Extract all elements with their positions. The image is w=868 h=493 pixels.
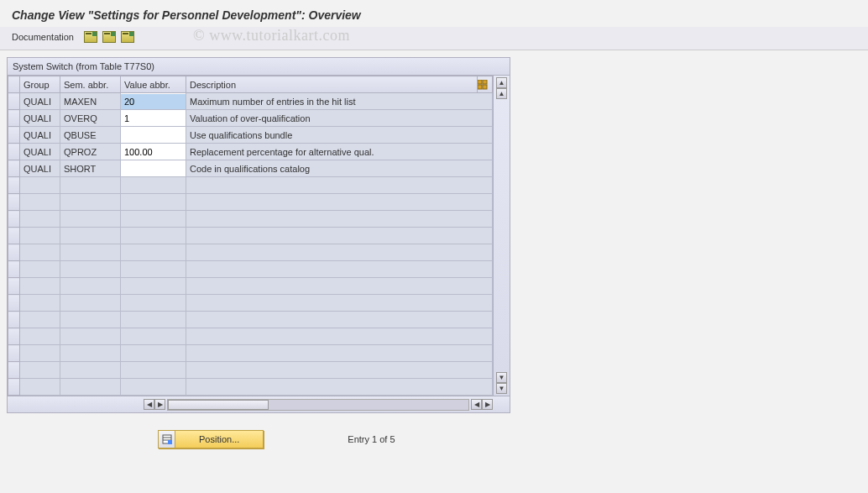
table-config-icon[interactable]	[478, 76, 493, 93]
cell-group	[20, 278, 60, 295]
table-title: System Switch (from Table T77S0)	[8, 58, 510, 76]
toolbar-icon-2[interactable]	[102, 31, 116, 43]
table-row: QUALI QPROZ Replacement percentage for a…	[8, 144, 493, 160]
toolbar: Documentation	[0, 27, 868, 50]
cell-val	[121, 228, 186, 244]
row-selector[interactable]	[8, 228, 20, 244]
scroll-down2-icon[interactable]: ▼	[496, 383, 507, 394]
row-selector[interactable]	[8, 278, 20, 295]
cell-val[interactable]	[121, 160, 186, 177]
cell-group: QUALI	[20, 93, 60, 110]
scroll-up-icon[interactable]: ▲	[496, 77, 507, 88]
col-val[interactable]: Value abbr.	[121, 76, 186, 93]
cell-group	[20, 194, 60, 211]
cell-desc	[186, 177, 493, 194]
toolbar-icon-3[interactable]	[121, 31, 134, 43]
cell-val[interactable]	[121, 110, 186, 127]
value-input[interactable]	[121, 128, 186, 143]
cell-sem: MAXEN	[60, 93, 121, 110]
table-row-empty	[8, 278, 493, 295]
cell-group: QUALI	[20, 144, 60, 160]
cell-desc	[186, 194, 493, 211]
row-selector[interactable]	[8, 244, 20, 261]
table-row-empty	[8, 328, 493, 345]
scroll-down-icon[interactable]: ▼	[496, 372, 507, 383]
scroll-left2-icon[interactable]: ◀	[471, 399, 482, 410]
cell-group	[20, 211, 60, 228]
row-selector[interactable]	[8, 362, 20, 379]
value-input[interactable]	[121, 144, 186, 160]
col-group[interactable]: Group	[20, 76, 60, 93]
cell-val	[121, 345, 186, 362]
page-title: Change View "Settings for Personnel Deve…	[0, 0, 868, 27]
documentation-button[interactable]: Documentation	[12, 32, 74, 42]
cell-val	[121, 379, 186, 396]
scroll-right-step-icon[interactable]: ▶	[154, 399, 165, 410]
row-selector[interactable]	[8, 328, 20, 345]
cell-group	[20, 345, 60, 362]
position-button[interactable]: Position...	[158, 430, 264, 448]
row-selector[interactable]	[8, 93, 20, 110]
table-row-empty	[8, 379, 493, 396]
row-selector[interactable]	[8, 127, 20, 144]
cell-val	[121, 295, 186, 312]
cell-group	[20, 261, 60, 278]
hscroll-thumb[interactable]	[168, 400, 269, 410]
cell-val[interactable]	[121, 93, 186, 110]
row-selector[interactable]	[8, 312, 20, 328]
svg-rect-7	[168, 440, 172, 444]
cell-sem	[60, 312, 121, 328]
cell-val	[121, 211, 186, 228]
cell-group: QUALI	[20, 110, 60, 127]
hscroll-track[interactable]	[167, 399, 469, 411]
cell-sem: OVERQ	[60, 110, 121, 127]
page-title-text: Change View "Settings for Personnel Deve…	[12, 8, 361, 22]
cell-sem	[60, 345, 121, 362]
cell-desc	[186, 244, 493, 261]
cell-desc	[186, 261, 493, 278]
cell-desc	[186, 345, 493, 362]
table-row: QUALI OVERQ Valuation of over-qualificat…	[8, 110, 493, 127]
cell-sem	[60, 295, 121, 312]
scroll-right-icon[interactable]: ▶	[482, 399, 493, 410]
row-selector-header[interactable]	[8, 76, 20, 93]
cell-val[interactable]	[121, 127, 186, 144]
cell-sem: QPROZ	[60, 144, 121, 160]
cell-group	[20, 328, 60, 345]
row-selector[interactable]	[8, 160, 20, 177]
toolbar-icon-1[interactable]	[84, 31, 97, 43]
row-selector[interactable]	[8, 144, 20, 160]
table-row-empty	[8, 177, 493, 194]
cell-sem	[60, 362, 121, 379]
cell-desc	[186, 328, 493, 345]
cell-sem	[60, 244, 121, 261]
row-selector[interactable]	[8, 110, 20, 127]
row-selector[interactable]	[8, 194, 20, 211]
value-input[interactable]	[121, 161, 186, 176]
row-selector[interactable]	[8, 379, 20, 396]
cell-sem	[60, 379, 121, 396]
value-input[interactable]	[121, 94, 186, 109]
row-selector[interactable]	[8, 295, 20, 312]
scroll-left-icon[interactable]: ◀	[144, 399, 154, 410]
row-selector[interactable]	[8, 177, 20, 194]
cell-val[interactable]	[121, 144, 186, 160]
cell-desc: Valuation of over-qualification	[186, 110, 493, 127]
vertical-scrollbar[interactable]: ▲ ▲ ▼ ▼	[493, 76, 510, 396]
col-sem[interactable]: Sem. abbr.	[60, 76, 121, 93]
cell-val	[121, 261, 186, 278]
row-selector[interactable]	[8, 211, 20, 228]
table-row-empty	[8, 362, 493, 379]
table-row-empty	[8, 345, 493, 362]
horizontal-scrollbar[interactable]: ◀ ▶ ◀ ▶	[8, 396, 510, 412]
scroll-track[interactable]	[496, 101, 508, 370]
scroll-up2-icon[interactable]: ▲	[496, 88, 507, 99]
cell-group	[20, 379, 60, 396]
position-label: Position...	[175, 434, 263, 444]
row-selector[interactable]	[8, 261, 20, 278]
cell-desc: Use qualifications bundle	[186, 127, 493, 144]
row-selector[interactable]	[8, 345, 20, 362]
col-desc[interactable]: Description	[186, 76, 478, 93]
value-input[interactable]	[121, 111, 186, 126]
svg-rect-2	[478, 85, 482, 89]
